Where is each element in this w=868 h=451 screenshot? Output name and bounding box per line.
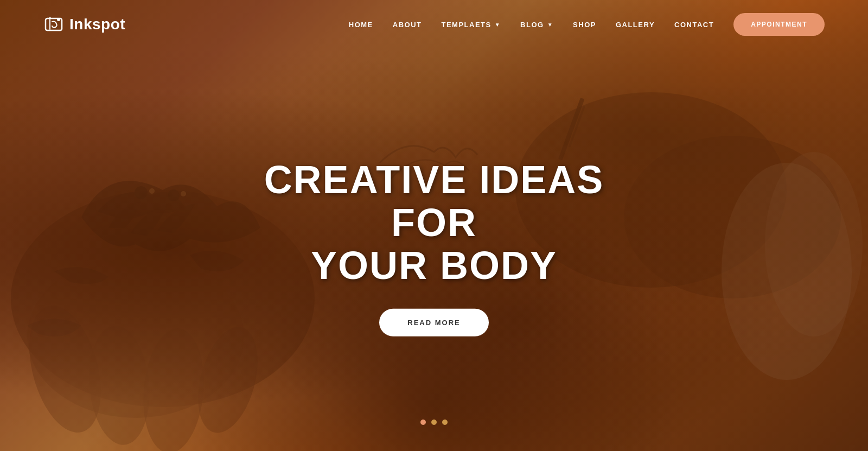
nav-item-shop[interactable]: SHOP	[573, 20, 596, 29]
nav-item-gallery[interactable]: GALLERY	[616, 20, 655, 29]
logo[interactable]: Inkspot	[43, 14, 125, 35]
appointment-button[interactable]: APPOINTMENT	[733, 13, 825, 36]
navbar: Inkspot HOME ABOUT TEMPLAETS ▼ BLOG ▼	[0, 0, 868, 49]
hero-section: Inkspot HOME ABOUT TEMPLAETS ▼ BLOG ▼	[0, 0, 868, 451]
slider-dot-1[interactable]	[420, 420, 426, 425]
logo-icon	[43, 14, 64, 35]
logo-text: Inkspot	[69, 16, 125, 33]
blog-dropdown-icon: ▼	[547, 22, 553, 28]
nav-item-about[interactable]: ABOUT	[393, 20, 422, 29]
read-more-button[interactable]: READ MORE	[379, 309, 488, 336]
slider-dots	[420, 420, 448, 425]
slider-dot-2[interactable]	[431, 420, 437, 425]
hero-content: CREATIVE IDEAS FOR YOUR BODY READ MORE	[217, 158, 651, 336]
nav-item-templaets[interactable]: TEMPLAETS ▼	[441, 21, 501, 29]
nav-links: HOME ABOUT TEMPLAETS ▼ BLOG ▼ SHOP	[349, 20, 714, 29]
nav-item-home[interactable]: HOME	[349, 20, 373, 29]
nav-item-blog[interactable]: BLOG ▼	[520, 21, 553, 29]
templaets-dropdown-icon: ▼	[495, 22, 501, 28]
slider-dot-3[interactable]	[442, 420, 448, 425]
hero-title: CREATIVE IDEAS FOR YOUR BODY	[217, 158, 651, 287]
svg-point-17	[57, 18, 60, 21]
nav-item-contact[interactable]: CONTACT	[674, 20, 714, 29]
